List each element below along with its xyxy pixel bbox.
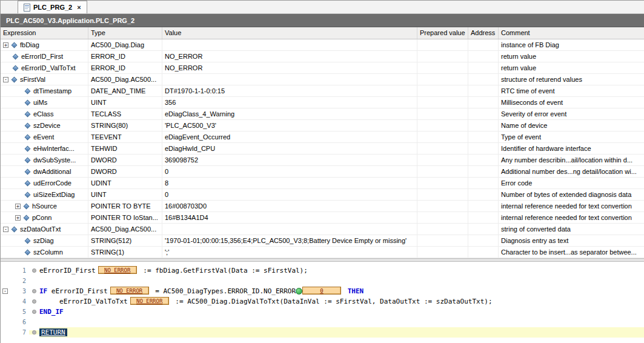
line-number: 5 [10, 307, 29, 317]
prepared-value-cell[interactable] [417, 201, 468, 211]
value-cell[interactable] [162, 224, 417, 235]
type-cell: AC500_Diag.Diag [88, 39, 162, 50]
code-line-content[interactable]: eErrorID_ValToTxtNO_ERROR := AC500_Diag.… [39, 296, 644, 307]
value-cell[interactable]: 16#B134A1D4 [162, 212, 417, 223]
value-cell[interactable] [162, 39, 417, 50]
type-cell: POINTER TO IoStan... [88, 212, 162, 223]
prepared-value-cell[interactable] [417, 97, 468, 108]
code-line-content[interactable]: IF eErrorID_FirstNO_ERROR = AC500_DiagTy… [39, 286, 644, 296]
prepared-value-cell[interactable] [417, 189, 468, 200]
column-header-expression[interactable]: Expression [1, 27, 88, 39]
column-header-address[interactable]: Address [468, 27, 499, 39]
prepared-value-cell[interactable] [417, 166, 468, 177]
code-line[interactable]: 7RETURN [1, 327, 644, 338]
column-header-prepared-value[interactable]: Prepared value [417, 27, 468, 39]
table-row[interactable]: dtTimestampDATE_AND_TIMEDT#1970-1-1-0:0:… [1, 85, 644, 97]
value-cell[interactable]: 'PLC_AC500_V3' [162, 120, 417, 131]
table-row[interactable]: eClassTECLASSeDiagClass_4_WarningSeverit… [1, 108, 644, 120]
fold-collapse-icon[interactable]: - [2, 288, 8, 294]
column-header-value[interactable]: Value [162, 27, 417, 39]
code-line-content[interactable]: RETURN [39, 327, 644, 338]
table-row[interactable]: dwAdditionalDWORD0Additional number des.… [1, 166, 644, 178]
table-row[interactable]: eEventTEEVENTeDiagEvent_OccurredType of … [1, 132, 644, 143]
code-editor[interactable]: 1eErrorID_FirstNO_ERROR := fbDiag.GetFir… [1, 262, 644, 343]
code-line[interactable]: 6 [1, 317, 644, 327]
table-row[interactable]: szDeviceSTRING(80)'PLC_AC500_V3'Name of … [1, 120, 644, 132]
fold-margin[interactable]: - [1, 288, 10, 294]
prepared-value-cell[interactable] [417, 224, 468, 235]
prepared-value-cell[interactable] [417, 178, 468, 188]
tab-plc-prg-2[interactable]: PLC_PRG_2 × [18, 1, 87, 13]
column-header-comment[interactable]: Comment [499, 27, 644, 39]
value-cell[interactable]: eDiagClass_4_Warning [162, 108, 417, 119]
expression-label: dwSubSyste... [33, 156, 76, 164]
instance-path-bar: PLC_AC500_V3.Application.PLC_PRG_2 [1, 14, 644, 27]
table-row[interactable]: udErrorCodeUDINT8Error code [1, 178, 644, 189]
type-cell: TECLASS [88, 108, 162, 119]
code-line[interactable]: 2 [1, 276, 644, 286]
table-row[interactable]: eHwInterfac...TEHWIDeDiagHwId_CPUIdentif… [1, 143, 644, 155]
tab-close-icon[interactable]: × [77, 4, 81, 11]
collapse-icon[interactable]: - [3, 227, 8, 232]
prepared-value-cell[interactable] [417, 39, 468, 50]
value-cell[interactable]: 0 [162, 189, 417, 200]
prepared-value-cell[interactable] [417, 108, 468, 119]
prepared-value-cell[interactable] [417, 51, 468, 62]
prepared-value-cell[interactable] [417, 62, 468, 73]
value-cell[interactable]: NO_ERROR [162, 62, 417, 73]
value-cell[interactable]: ';' [162, 247, 417, 258]
prepared-value-cell[interactable] [417, 132, 468, 142]
prepared-value-cell[interactable] [417, 143, 468, 154]
expand-icon[interactable]: + [15, 215, 21, 221]
prepared-value-cell[interactable] [417, 85, 468, 96]
column-header-type[interactable]: Type [88, 27, 162, 39]
breakpoint-margin[interactable] [29, 289, 39, 293]
expand-icon[interactable]: + [3, 42, 8, 48]
table-row[interactable]: szDiagSTRING(512)'1970-01-01;00:00:15,35… [1, 235, 644, 247]
value-cell[interactable]: DT#1970-1-1-0:0:15 [162, 85, 417, 96]
table-row[interactable]: eErrorID_FirstERROR_IDNO_ERRORreturn val… [1, 51, 644, 62]
breakpoint-margin[interactable] [29, 310, 39, 314]
value-cell[interactable]: NO_ERROR [162, 51, 417, 62]
value-cell[interactable]: eDiagHwId_CPU [162, 143, 417, 154]
table-row[interactable]: dwSubSyste...DWORD369098752Any number de… [1, 155, 644, 166]
value-cell[interactable]: 369098752 [162, 155, 417, 165]
value-cell[interactable]: 356 [162, 97, 417, 108]
prepared-value-cell[interactable] [417, 247, 468, 258]
code-line[interactable]: 4 eErrorID_ValToTxtNO_ERROR := AC500_Dia… [1, 296, 644, 307]
code-line-content[interactable]: END_IF [39, 307, 644, 317]
table-row[interactable]: szColumnSTRING(1)';'Character to be inse… [1, 247, 644, 258]
value-cell[interactable]: 8 [162, 178, 417, 188]
value-cell[interactable]: eDiagEvent_Occurred [162, 132, 417, 142]
code-line-content[interactable]: eErrorID_FirstNO_ERROR := fbDiag.GetFirs… [39, 265, 644, 276]
prepared-value-cell[interactable] [417, 235, 468, 246]
table-row[interactable]: +hSourcePOINTER TO BYTE16#008703D0intern… [1, 201, 644, 212]
table-row[interactable]: -szDataOutTxtAC500_Diag.AC500...string o… [1, 224, 644, 235]
inline-monitor-value: NO_ERROR [98, 266, 137, 274]
breakpoint-margin[interactable] [29, 268, 39, 273]
breakpoint-margin[interactable] [29, 299, 39, 304]
value-cell[interactable]: 16#008703D0 [162, 201, 417, 211]
prepared-value-cell[interactable] [417, 120, 468, 131]
value-cell[interactable]: 0 [162, 166, 417, 177]
prepared-value-cell[interactable] [417, 212, 468, 223]
prepared-value-cell[interactable] [417, 155, 468, 165]
prepared-value-cell[interactable] [417, 74, 468, 85]
table-row[interactable]: +fbDiagAC500_Diag.Diaginstance of FB Dia… [1, 39, 644, 51]
comment-cell: Severity of error event [499, 108, 644, 119]
pou-document-icon [24, 4, 30, 12]
table-row[interactable]: eErrorID_ValToTxtERROR_IDNO_ERRORreturn … [1, 62, 644, 74]
value-cell[interactable] [162, 74, 417, 85]
table-row[interactable]: +pConnPOINTER TO IoStan...16#B134A1D4int… [1, 212, 644, 224]
table-row[interactable]: uiSizeExtDiagUINT0Number of bytes of ext… [1, 189, 644, 201]
code-line[interactable]: -3IF eErrorID_FirstNO_ERROR = AC500_Diag… [1, 286, 644, 296]
value-cell[interactable]: '1970-01-01;00:00:15,356;E4;PLC_AC500_V3… [162, 235, 417, 246]
table-row[interactable]: -sFirstValAC500_Diag.AC500...structure o… [1, 74, 644, 85]
expand-icon[interactable]: + [15, 204, 21, 209]
collapse-icon[interactable]: - [3, 77, 8, 82]
type-cell: AC500_Diag.AC500... [88, 74, 162, 85]
table-row[interactable]: uiMsUINT356Milliseconds of event [1, 97, 644, 108]
code-line[interactable]: 5END_IF [1, 307, 644, 317]
code-line[interactable]: 1eErrorID_FirstNO_ERROR := fbDiag.GetFir… [1, 265, 644, 276]
breakpoint-margin[interactable] [29, 330, 39, 335]
